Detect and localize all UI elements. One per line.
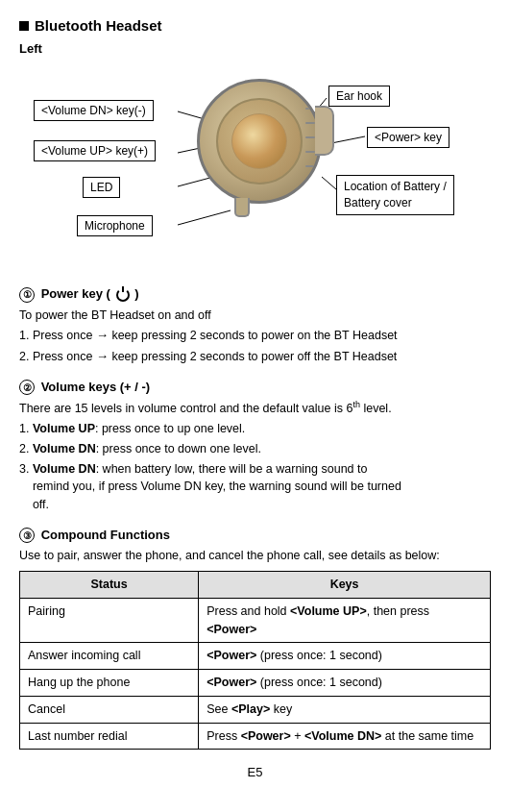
battery-location-label: Location of Battery / Battery cover <box>336 175 454 215</box>
power-icon <box>116 288 130 302</box>
table-cell-keys-4: See <Play> key <box>199 696 491 723</box>
headset-diagram: <Volume DN> key(-) <Volume UP> key(+) LE… <box>19 62 490 273</box>
table-cell-keys-3: <Power> (press once: 1 second) <box>199 670 491 697</box>
power-key-label: <Power> key <box>367 127 449 148</box>
headset-body <box>197 79 322 204</box>
table-cell-status-3: Hang up the phone <box>20 670 199 697</box>
section-power-key: ① Power key ( ) To power the BT Headset … <box>19 286 491 366</box>
section2-line3: 3. Volume DN: when battery low, there wi… <box>19 460 491 514</box>
volume-dn-label: <Volume DN> key(-) <box>34 100 154 121</box>
table-header-keys: Keys <box>199 572 491 599</box>
title-text: Bluetooth Headset <box>35 17 162 34</box>
table-cell-status-5: Last number redial <box>20 723 199 750</box>
section1-body: To power the BT Headset on and off 1. Pr… <box>19 307 491 366</box>
orientation-label: Left <box>19 41 491 56</box>
page-number: E5 <box>19 765 491 779</box>
table-cell-status-2: Answer incoming call <box>20 643 199 670</box>
section1-line0: To power the BT Headset on and off <box>19 307 491 325</box>
svg-line-3 <box>178 210 231 225</box>
section1-circle: ① <box>19 287 35 303</box>
section1-title: Power key ( ) <box>41 286 139 301</box>
microphone-protrusion <box>234 198 250 217</box>
ear-hook-protrusion <box>315 106 334 156</box>
table-row: Hang up the phone <Power> (press once: 1… <box>20 670 491 697</box>
compound-table: Status Keys Pairing Press and hold <Volu… <box>19 571 491 750</box>
section2-line0: There are 15 levels in volume control an… <box>19 399 491 418</box>
ear-hook-label: Ear hook <box>328 86 390 107</box>
title-square-icon <box>19 21 29 31</box>
section1-line1: 1. Press once → keep pressing 2 seconds … <box>19 326 491 345</box>
table-row: Pairing Press and hold <Volume UP>, then… <box>20 598 491 643</box>
section2-line2: 2. Volume DN: press once to down one lev… <box>19 440 491 458</box>
section1-line2: 2. Press once → keep pressing 2 seconds … <box>19 347 491 366</box>
table-cell-keys-5: Press <Power> + <Volume DN> at the same … <box>199 723 491 750</box>
section2-line1: 1. Volume UP: press once to up one level… <box>19 420 491 438</box>
section3-circle: ③ <box>19 528 35 543</box>
page-title: Bluetooth Headset <box>19 17 491 34</box>
section3-title: Compound Functions <box>41 528 170 542</box>
section2-title: Volume keys (+ / -) <box>41 380 151 394</box>
table-header-status: Status <box>20 572 199 599</box>
table-row: Answer incoming call <Power> (press once… <box>20 643 491 670</box>
section-power-heading: ① Power key ( ) <box>19 286 491 303</box>
table-cell-keys-1: Press and hold <Volume UP>, then press <… <box>199 598 491 643</box>
section-compound: ③ Compound Functions Use to pair, answer… <box>19 528 491 750</box>
section-volume-heading: ② Volume keys (+ / -) <box>19 380 491 396</box>
volume-up-label: <Volume UP> key(+) <box>34 140 156 161</box>
table-cell-status-4: Cancel <box>20 696 199 723</box>
led-label: LED <box>83 177 120 198</box>
section2-body: There are 15 levels in volume control an… <box>19 399 491 514</box>
section2-circle: ② <box>19 380 35 395</box>
section3-intro: Use to pair, answer the phone, and cance… <box>19 547 491 565</box>
section-volume-keys: ② Volume keys (+ / -) There are 15 level… <box>19 380 491 514</box>
microphone-label: Microphone <box>77 215 153 236</box>
table-row: Last number redial Press <Power> + <Volu… <box>20 723 491 750</box>
section-compound-heading: ③ Compound Functions <box>19 528 491 544</box>
table-cell-status-1: Pairing <box>20 598 199 643</box>
section3-body: Use to pair, answer the phone, and cance… <box>19 547 491 750</box>
table-row: Cancel See <Play> key <box>20 696 491 723</box>
table-cell-keys-2: <Power> (press once: 1 second) <box>199 643 491 670</box>
